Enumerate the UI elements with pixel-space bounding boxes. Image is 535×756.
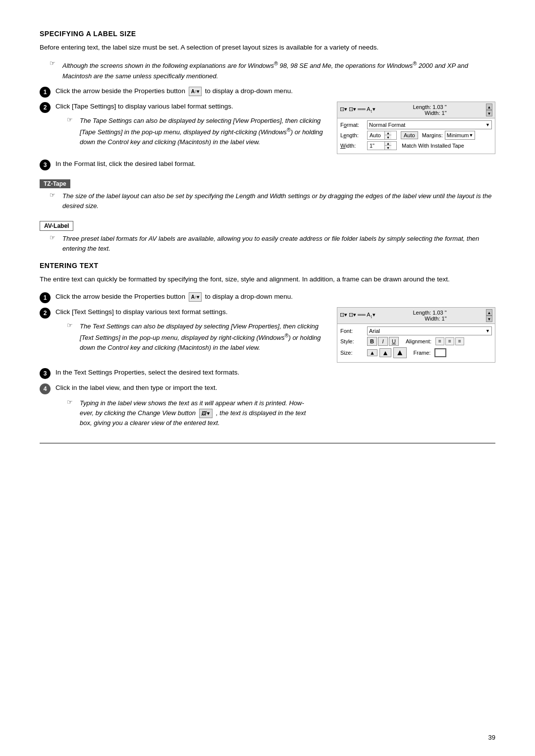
step-text-2-specifying: Click [Tape Settings] to display various… — [55, 102, 327, 111]
size-medium[interactable]: ▲ — [379, 348, 391, 357]
step-4-entering: 4 Click in the label view, and then type… — [40, 383, 495, 394]
tz-tape-tag: TZ-Tape — [40, 179, 70, 188]
size-small[interactable]: ▲ — [367, 349, 377, 356]
length-row: Length: Auto ▲ ▼ Auto Margins: — [340, 131, 492, 140]
format-dropdown[interactable]: Normal Format ▼ — [367, 120, 492, 129]
toolbar-icons-2: ⊡▾ ⊡▾ ══ A↕▾ — [340, 312, 375, 319]
props-panel-1: Format: Normal Format ▼ Length: Auto ▲ — [337, 118, 495, 154]
note-icon-step4: ☞ — [67, 398, 77, 406]
note-icon-av: ☞ — [50, 234, 59, 241]
width-spinbox-btns: ▲ ▼ — [385, 142, 391, 150]
length-spinbox-btns: ▲ ▼ — [385, 131, 391, 139]
tz-tape-note: ☞ The size of the label layout can also … — [50, 191, 495, 211]
note-step4-line1: Typing in the label view shows the text … — [80, 399, 304, 407]
width-down[interactable]: ▼ — [385, 146, 391, 150]
note-icon-1: ☞ — [50, 59, 59, 67]
note-text-windows-versions: Although the screens shown in the follow… — [62, 59, 495, 81]
format-arrow: ▼ — [485, 122, 490, 127]
av-label-tag: AV-Label — [40, 221, 73, 231]
toolbar-dim-1: Length: 1.03 "Width: 1" — [413, 104, 446, 116]
tape-settings-panel: ⊡▾ ⊡▾ ══ A↕▾ Length: 1.03 "Width: 1" ▲ ▼… — [337, 102, 495, 154]
properties-button-2[interactable]: A↕ ▾ — [189, 292, 202, 302]
size-row: Size: ▲ ▲ ▲ Frame: — [340, 347, 492, 358]
alignment-btns: ≡ ≡ ≡ — [435, 337, 464, 345]
step-text-1-specifying: Click the arrow beside the Properties bu… — [55, 86, 495, 96]
style-label: Style: — [340, 338, 365, 344]
auto-button[interactable]: Auto — [401, 131, 418, 139]
width-spinbox[interactable]: 1" ▲ ▼ — [367, 141, 397, 150]
alignment-label: Alignment: — [406, 338, 431, 344]
note-windows-versions: ☞ Although the screens shown in the foll… — [50, 59, 495, 81]
section-title-specifying: SPECIFYING A LABEL SIZE — [40, 30, 495, 38]
toolbar-top-1: ⊡▾ ⊡▾ ══ A↕▾ Length: 1.03 "Width: 1" ▲ ▼ — [337, 102, 495, 118]
step-text-1-entering: Click the arrow beside the Properties bu… — [55, 292, 495, 302]
change-view-arrow: ▼ — [206, 410, 211, 418]
align-left-btn[interactable]: ≡ — [435, 337, 444, 345]
size-large[interactable]: ▲ — [393, 347, 407, 358]
change-view-button[interactable]: 🖼▼ — [199, 409, 213, 419]
length-down[interactable]: ▼ — [385, 135, 391, 139]
section-specifying-label-size: SPECIFYING A LABEL SIZE Before entering … — [40, 30, 495, 254]
width-val: 1" — [368, 142, 385, 150]
step-num-4-entering: 4 — [40, 383, 51, 394]
match-installed-tape: Match With Installed Tape — [402, 143, 464, 149]
auto-btn-1[interactable]: Auto — [401, 132, 418, 138]
intro-specifying: Before entering text, the label size mus… — [40, 43, 495, 53]
style-bold[interactable]: B — [367, 337, 377, 346]
style-btns: B I U — [367, 337, 399, 346]
align-center-btn[interactable]: ≡ — [445, 337, 454, 345]
scroll-down-2[interactable]: ▼ — [486, 316, 492, 322]
text-settings-note: ☞ The Text Settings can also be displaye… — [67, 322, 327, 353]
width-row: Width: 1" ▲ ▼ Match With Installed Tape — [340, 141, 492, 150]
scrollbar-1: ▲ ▼ — [486, 104, 492, 116]
section-entering-text: ENTERING TEXT The entire text can quickl… — [40, 262, 495, 428]
step-text-3-specifying: In the Format list, click the desired la… — [55, 159, 495, 169]
font-dropdown[interactable]: Arial ▼ — [367, 326, 492, 335]
step-num-1-specifying: 1 — [40, 87, 51, 98]
step-text-4-entering: Click in the label view, and then type o… — [55, 383, 495, 393]
scrollbar-2: ▲ ▼ — [486, 309, 492, 322]
style-italic[interactable]: I — [378, 337, 388, 346]
step-text-3-entering: In the Text Settings Properties, select … — [55, 368, 495, 378]
margins-label: Margins: — [422, 132, 443, 138]
step-4-note: ☞ Typing in the label view shows the tex… — [67, 398, 495, 429]
size-buttons: ▲ ▲ ▲ — [367, 347, 407, 358]
av-label-note: ☞ Three preset label formats for AV labe… — [50, 234, 495, 254]
font-arrow: ▼ — [485, 328, 490, 333]
style-row: Style: B I U Alignment: ≡ ≡ ≡ — [340, 337, 492, 346]
step-2-specifying-container: 2 Click [Tape Settings] to display vario… — [40, 102, 495, 154]
length-label: Length: — [340, 132, 365, 138]
toolbar-icons-1: ⊡▾ ⊡▾ ══ A↕▾ — [340, 106, 375, 113]
note-step4-line3: box, giving you a clearer view of the en… — [80, 419, 220, 427]
step-num-2-entering: 2 — [40, 308, 51, 319]
format-label: Format: — [340, 122, 365, 128]
margins-dropdown[interactable]: Minimum ▼ — [445, 131, 476, 140]
step-3-entering: 3 In the Text Settings Properties, selec… — [40, 368, 495, 379]
toolbar-dim-2: Length: 1.03 "Width: 1" — [413, 310, 446, 322]
format-value: Normal Format — [369, 122, 485, 128]
scroll-down-1[interactable]: ▼ — [486, 110, 492, 116]
step-2-entering: 2 Click [Text Settings] to display vario… — [40, 307, 327, 319]
properties-button-1[interactable]: A↕ ▾ — [189, 87, 202, 96]
frame-box[interactable] — [434, 348, 446, 357]
scroll-up-1[interactable]: ▲ — [486, 104, 492, 110]
step-num-2-specifying: 2 — [40, 102, 51, 113]
page: SPECIFYING A LABEL SIZE Before entering … — [0, 0, 535, 756]
step-1-specifying: 1 Click the arrow beside the Properties … — [40, 86, 495, 98]
note-text-av: Three preset label formats for AV labels… — [62, 234, 495, 254]
length-val: Auto — [368, 131, 385, 139]
align-right-btn[interactable]: ≡ — [455, 337, 464, 345]
tape-settings-note: ☞ The Tape Settings can also be dis­play… — [67, 116, 327, 148]
scroll-up-2[interactable]: ▲ — [486, 309, 492, 316]
format-row: Format: Normal Format ▼ — [340, 120, 492, 129]
width-label: Width: — [340, 143, 365, 149]
width-up[interactable]: ▲ — [385, 142, 391, 146]
step-num-3-specifying: 3 — [40, 160, 51, 170]
step-2-entering-container: 2 Click [Text Settings] to display vario… — [40, 307, 495, 363]
step-text-2-entering: Click [Text Settings] to display various… — [55, 307, 327, 317]
intro-entering: The entire text can quickly be formatted… — [40, 274, 495, 284]
length-up[interactable]: ▲ — [385, 131, 391, 136]
step-3-specifying: 3 In the Format list, click the desired … — [40, 159, 495, 170]
style-underline[interactable]: U — [389, 337, 399, 346]
length-spinbox[interactable]: Auto ▲ ▼ — [367, 131, 397, 140]
